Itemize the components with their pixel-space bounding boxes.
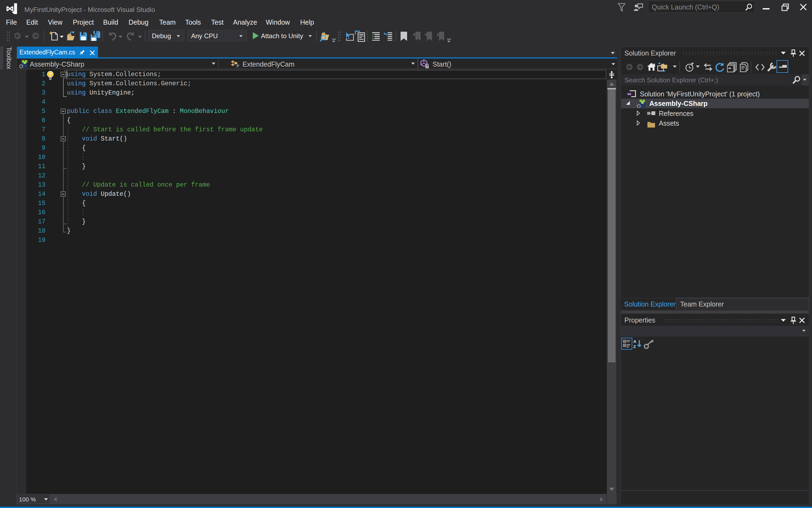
svg-text:Z: Z <box>633 344 636 349</box>
svg-text:A: A <box>633 339 636 344</box>
